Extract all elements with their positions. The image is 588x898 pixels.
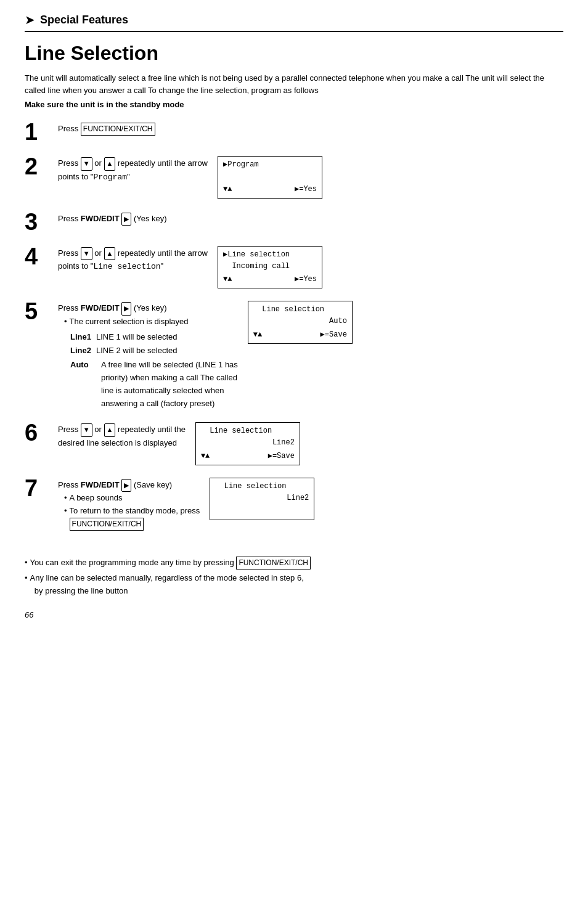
step-2-key-up: ▲ bbox=[104, 157, 116, 171]
bottom-notes: • You can exit the programming mode any … bbox=[25, 557, 563, 598]
step-6-display-line1: Line selection bbox=[201, 425, 295, 437]
step-4-nav-right: ▶=Yes bbox=[295, 274, 317, 285]
step-5-nav-right: ▶=Save bbox=[321, 329, 347, 341]
step-6-key-up: ▲ bbox=[104, 423, 116, 437]
step-6-or: or bbox=[94, 425, 104, 434]
step-7-key2: FUNCTION/EXIT/CH bbox=[70, 518, 144, 531]
step-1: 1 Press FUNCTION/EXIT/CH bbox=[25, 120, 563, 144]
step-2-nav-left: ▼▲ bbox=[223, 184, 232, 195]
step-4-display-line1: ▶Line selection bbox=[223, 249, 317, 261]
step-3: 3 Press FWD/EDIT ▶ (Yes key) bbox=[25, 210, 563, 234]
step-6-nav-right: ▶=Save bbox=[268, 451, 295, 462]
standby-note: Make sure the unit is in the standby mod… bbox=[25, 100, 563, 109]
step-2-key-down: ▼ bbox=[81, 157, 92, 171]
step-6-display-nav: ▼▲ ▶=Save bbox=[201, 451, 295, 462]
step-7-bullet1-text: A beep sounds bbox=[70, 492, 123, 505]
step-5-label1: Line1 bbox=[70, 331, 91, 344]
step-5-desc-auto: A free line will be selected (LINE 1 has… bbox=[101, 359, 238, 410]
step-7-nav-left bbox=[215, 505, 219, 517]
step-5: 5 Press FWD/EDIT ▶ (Yes key) The current… bbox=[25, 300, 563, 410]
step-2-nav-right: ▶=Yes bbox=[295, 184, 317, 195]
step-3-content: Press FWD/EDIT ▶ (Yes key) bbox=[58, 210, 563, 226]
step-1-key: FUNCTION/EXIT/CH bbox=[81, 123, 155, 136]
step-5-display-line1: Line selection bbox=[253, 304, 347, 316]
step-7-number: 7 bbox=[25, 476, 54, 500]
step-5-desc1: LINE 1 will be selected bbox=[96, 331, 178, 344]
step-7-bullet2-text: To return to the standby mode, pressFUNC… bbox=[70, 505, 200, 531]
bottom-note-1: • You can exit the programming mode any … bbox=[25, 557, 563, 569]
step-4-with-display: Press ▼ or ▲ repeatedly until the arrowp… bbox=[58, 245, 322, 289]
step-4-display-nav: ▼▲ ▶=Yes bbox=[223, 274, 317, 285]
step-7-bullet1: A beep sounds bbox=[64, 492, 200, 505]
step-5-main: Press FWD/EDIT ▶ (Yes key) bbox=[58, 302, 238, 316]
step-7-text: (Save key) bbox=[131, 480, 172, 489]
step-7-content: Press FWD/EDIT ▶ (Save key) A beep sound… bbox=[58, 476, 200, 531]
step-5-desc2: LINE 2 will be selected bbox=[96, 345, 178, 357]
step-3-number: 3 bbox=[25, 210, 54, 234]
step-4-nav-left: ▼▲ bbox=[223, 274, 232, 285]
step-4-number: 4 bbox=[25, 245, 54, 268]
step-3-text: (Yes key) bbox=[131, 214, 166, 223]
bottom-note-1-key: FUNCTION/EXIT/CH bbox=[236, 557, 311, 569]
step-1-text-press: Press bbox=[58, 124, 81, 133]
step-3-press: Press FWD/EDIT bbox=[58, 214, 121, 223]
step-5-label-auto: Auto bbox=[70, 359, 96, 410]
step-5-sub-line2: Line2 LINE 2 will be selected bbox=[70, 345, 238, 357]
bottom-note-1-text: You can exit the programming mode any ti… bbox=[30, 557, 311, 569]
step-2-content: Press ▼ or ▲ repeatedly until the arrowp… bbox=[58, 155, 208, 184]
step-7-display-nav bbox=[215, 505, 309, 517]
step-7-main: Press FWD/EDIT ▶ (Save key) bbox=[58, 479, 200, 492]
step-1-number: 1 bbox=[25, 120, 54, 144]
step-7-press: Press FWD/EDIT bbox=[58, 480, 121, 489]
step-5-label2: Line2 bbox=[70, 345, 91, 357]
step-5-text: (Yes key) bbox=[131, 303, 166, 312]
step-4-key-up: ▲ bbox=[104, 247, 116, 261]
step-4-or: or bbox=[94, 248, 104, 258]
page-number: 66 bbox=[25, 610, 563, 619]
bottom-note-2-bullet: • bbox=[25, 572, 28, 598]
step-2-number: 2 bbox=[25, 155, 54, 178]
step-6-number: 6 bbox=[25, 421, 54, 444]
step-5-with-display: Press FWD/EDIT ▶ (Yes key) The current s… bbox=[58, 300, 353, 410]
step-2-or: or bbox=[94, 158, 104, 168]
step-5-number: 5 bbox=[25, 300, 54, 323]
header-title: Special Features bbox=[40, 14, 128, 27]
step-7-display-line1: Line selection bbox=[215, 481, 309, 492]
step-5-press: Press FWD/EDIT bbox=[58, 303, 121, 312]
step-2-press: Press bbox=[58, 158, 81, 168]
step-6-content: Press ▼ or ▲ repeatedly until thedesired… bbox=[58, 421, 186, 449]
step-6-display: Line selection Line2 ▼▲ ▶=Save bbox=[195, 422, 300, 465]
step-4-content: Press ▼ or ▲ repeatedly until the arrowp… bbox=[58, 245, 208, 274]
step-2-display-nav: ▼▲ ▶=Yes bbox=[223, 184, 317, 195]
step-4-key-down: ▼ bbox=[81, 247, 92, 261]
step-1-content: Press FUNCTION/EXIT/CH bbox=[58, 120, 563, 136]
step-2: 2 Press ▼ or ▲ repeatedly until the arro… bbox=[25, 155, 563, 199]
step-5-display-line2: Auto bbox=[253, 316, 347, 327]
bottom-note-2-text: Any line can be selected manually, regar… bbox=[30, 572, 304, 598]
step-6: 6 Press ▼ or ▲ repeatedly until thedesir… bbox=[25, 421, 563, 465]
step-7-display: Line selection Line2 bbox=[210, 478, 314, 521]
step-6-with-display: Press ▼ or ▲ repeatedly until thedesired… bbox=[58, 421, 300, 465]
step-7-key: ▶ bbox=[121, 479, 131, 492]
step-6-display-line2: Line2 bbox=[201, 437, 295, 449]
step-7-nav-right bbox=[304, 505, 309, 517]
step-2-display-line1: ▶Program bbox=[223, 159, 317, 171]
intro-text: The unit will automatically select a fre… bbox=[25, 72, 563, 96]
step-2-display: ▶Program ▼▲ ▶=Yes bbox=[218, 156, 322, 199]
step-5-content: Press FWD/EDIT ▶ (Yes key) The current s… bbox=[58, 300, 238, 410]
step-7: 7 Press FWD/EDIT ▶ (Save key) A beep sou… bbox=[25, 476, 563, 531]
step-7-display-line2: Line2 bbox=[215, 492, 309, 504]
step-5-sub-line1: Line1 LINE 1 will be selected bbox=[70, 331, 238, 344]
header-section: ➤ Special Features bbox=[25, 12, 563, 32]
bottom-note-1-bullet: • bbox=[25, 557, 28, 569]
step-5-bullet1: The current selection is displayed bbox=[64, 316, 238, 329]
step-6-nav-left: ▼▲ bbox=[201, 451, 210, 462]
step-5-display: Line selection Auto ▼▲ ▶=Save bbox=[248, 301, 353, 344]
step-5-bullet1-text: The current selection is displayed bbox=[70, 316, 189, 329]
step-5-subitems: Line1 LINE 1 will be selected Line2 LINE… bbox=[70, 331, 238, 410]
step-5-sub-auto: Auto A free line will be selected (LINE … bbox=[70, 359, 238, 410]
step-4-display: ▶Line selection Incoming call ▼▲ ▶=Yes bbox=[218, 246, 322, 289]
step-6-key-down: ▼ bbox=[81, 423, 92, 437]
bottom-note-2: • Any line can be selected manually, reg… bbox=[25, 572, 563, 598]
page-title: Line Selection bbox=[25, 42, 563, 65]
